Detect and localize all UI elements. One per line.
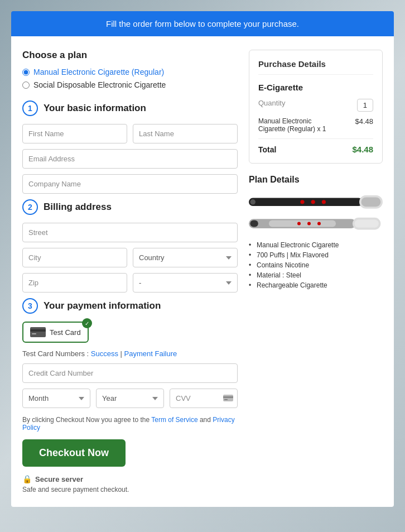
street-input[interactable] xyxy=(22,223,238,242)
payment-section: Test Card ✓ Test Card Numbers : Success … xyxy=(22,322,238,408)
plan-details-title: Plan Details xyxy=(249,175,383,185)
cc-number-row xyxy=(22,363,238,383)
step1-title: Your basic information xyxy=(44,103,146,114)
cvv-card-icon xyxy=(223,394,233,403)
check-badge-icon: ✓ xyxy=(82,318,92,328)
safe-text: Safe and secure payment checkout. xyxy=(22,486,238,493)
svg-rect-2 xyxy=(32,333,36,334)
plan-section-title: Choose a plan xyxy=(22,50,238,61)
state-select[interactable]: - xyxy=(133,273,238,293)
product-title: E-Cigarette xyxy=(258,83,373,92)
last-name-group xyxy=(133,124,238,143)
feature-1: Manual Electronic Cigarette xyxy=(249,241,383,249)
svg-point-8 xyxy=(300,200,304,204)
plan-label-manual: Manual Electronic Cigarette (Regular) xyxy=(33,68,164,76)
step2-title: Billing address xyxy=(44,202,112,213)
svg-point-18 xyxy=(317,222,321,225)
name-row xyxy=(22,124,238,143)
svg-rect-14 xyxy=(250,220,258,227)
quantity-label: Quantity xyxy=(258,99,285,107)
email-row xyxy=(22,149,238,169)
success-link[interactable]: Success xyxy=(91,349,118,358)
svg-rect-0 xyxy=(30,327,46,337)
main-container: Fill the order form below to complete yo… xyxy=(11,11,394,507)
item-price-row: Manual Electronic Cigarette (Regular) x … xyxy=(258,117,373,133)
total-label: Total xyxy=(258,145,276,154)
cigarette-image-1 xyxy=(249,193,383,212)
plan-radio-social[interactable] xyxy=(22,82,30,89)
terms-text: By clicking Checkout Now you agree to th… xyxy=(22,416,238,432)
content-wrapper: Choose a plan Manual Electronic Cigarett… xyxy=(11,36,394,507)
svg-point-16 xyxy=(297,222,301,225)
plan-label-social: Social Disposable Electronic Cigarette xyxy=(33,80,166,89)
svg-rect-6 xyxy=(249,198,363,206)
email-input[interactable] xyxy=(22,149,238,169)
tos-link[interactable]: Term of Service xyxy=(151,416,197,424)
svg-point-17 xyxy=(307,222,311,225)
svg-rect-7 xyxy=(250,199,255,205)
svg-rect-5 xyxy=(224,399,228,400)
total-row: Total $4.48 xyxy=(258,138,373,154)
step3-header: 3 Your payment information xyxy=(22,298,238,314)
cigarette-image-2 xyxy=(249,215,383,234)
zip-input[interactable] xyxy=(22,273,127,293)
last-name-input[interactable] xyxy=(133,124,238,143)
first-name-group xyxy=(22,124,127,143)
svg-rect-15 xyxy=(269,220,336,227)
svg-rect-1 xyxy=(30,329,46,332)
step2-circle: 2 xyxy=(22,199,38,215)
plan-radio-manual[interactable] xyxy=(22,69,30,76)
state-group: - xyxy=(133,273,238,293)
step3-title: Your payment information xyxy=(44,300,161,311)
step2-header: 2 Billing address xyxy=(22,199,238,215)
plan-option-manual[interactable]: Manual Electronic Cigarette (Regular) xyxy=(22,68,238,76)
zip-state-row: - xyxy=(22,273,238,293)
month-select[interactable]: Month 010203 040506 070809 101112 xyxy=(22,389,90,408)
company-row xyxy=(22,174,238,194)
terms-middle: and xyxy=(198,416,213,424)
year-select[interactable]: Year 202420252026 2027202820292030 xyxy=(96,389,164,408)
city-country-row: Country xyxy=(22,248,238,267)
year-group: Year 202420252026 2027202820292030 xyxy=(96,389,164,408)
company-input[interactable] xyxy=(22,174,238,194)
svg-rect-20 xyxy=(355,219,379,227)
email-group xyxy=(22,149,238,169)
failure-link[interactable]: Payment Failure xyxy=(124,349,177,358)
feature-2: 700 Puffs | Mix Flavored xyxy=(249,251,383,259)
city-group xyxy=(22,248,127,267)
plan-section: Choose a plan Manual Electronic Cigarett… xyxy=(22,50,238,89)
separator: | xyxy=(120,349,122,358)
quantity-value: 1 xyxy=(357,99,373,112)
test-card-box[interactable]: Test Card ✓ xyxy=(22,322,89,343)
street-row xyxy=(22,223,238,242)
street-group xyxy=(22,223,238,242)
right-panel: Purchase Details E-Cigarette Quantity 1 … xyxy=(249,50,383,493)
plan-option-social[interactable]: Social Disposable Electronic Cigarette xyxy=(22,80,238,89)
cvv-group xyxy=(170,389,238,408)
country-group: Country xyxy=(133,248,238,267)
terms-prefix: By clicking Checkout Now you agree to th… xyxy=(22,416,151,424)
month-group: Month 010203 040506 070809 101112 xyxy=(22,389,90,408)
secure-server-text: Secure server xyxy=(35,475,83,483)
country-select[interactable]: Country xyxy=(133,248,238,267)
expiry-cvv-row: Month 010203 040506 070809 101112 Year 2… xyxy=(22,389,238,408)
item-price: $4.48 xyxy=(355,117,373,126)
credit-card-input[interactable] xyxy=(22,363,238,383)
step1-circle: 1 xyxy=(22,100,38,116)
banner-text: Fill the order form below to complete yo… xyxy=(106,19,299,28)
step3-circle: 3 xyxy=(22,298,38,314)
checkout-button[interactable]: Checkout Now xyxy=(22,439,126,467)
top-banner: Fill the order form below to complete yo… xyxy=(11,11,394,36)
feature-4: Material : Steel xyxy=(249,271,383,279)
city-input[interactable] xyxy=(22,248,127,267)
zip-group xyxy=(22,273,127,293)
lock-icon: 🔒 xyxy=(22,475,32,483)
test-card-label: Test Card xyxy=(50,328,81,337)
product-image-area xyxy=(249,193,383,233)
plan-features: Manual Electronic Cigarette 700 Puffs | … xyxy=(249,241,383,289)
test-card-numbers-label: Test Card Numbers : xyxy=(22,349,89,358)
svg-rect-4 xyxy=(223,396,233,398)
first-name-input[interactable] xyxy=(22,124,127,143)
purchase-details-box: Purchase Details E-Cigarette Quantity 1 … xyxy=(249,50,383,164)
step1-header: 1 Your basic information xyxy=(22,100,238,116)
